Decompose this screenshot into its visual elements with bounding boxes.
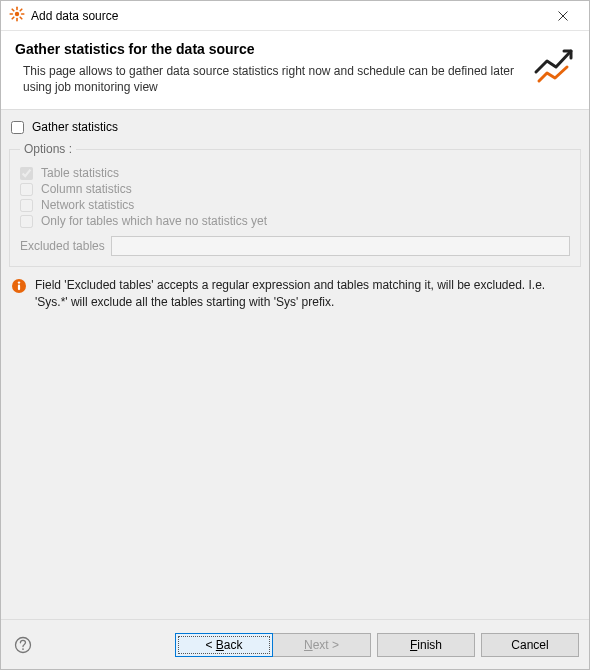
titlebar: Add data source xyxy=(1,1,589,31)
info-text: Field 'Excluded tables' accepts a regula… xyxy=(35,277,579,311)
options-group: Options : Table statistics Column statis… xyxy=(9,142,581,267)
gather-statistics-label[interactable]: Gather statistics xyxy=(32,120,118,134)
back-button[interactable]: < Back xyxy=(175,633,273,657)
excluded-tables-row: Excluded tables xyxy=(20,236,570,256)
option-network-label: Network statistics xyxy=(41,198,134,212)
wizard-footer: < Back Next > Finish Cancel xyxy=(1,619,589,669)
nav-button-group: < Back Next > xyxy=(175,633,371,657)
option-table-label: Table statistics xyxy=(41,166,119,180)
excluded-tables-input xyxy=(111,236,570,256)
gather-statistics-checkbox[interactable] xyxy=(11,121,24,134)
wizard-content: Gather statistics Options : Table statis… xyxy=(1,110,589,619)
svg-line-8 xyxy=(20,9,22,11)
svg-line-7 xyxy=(12,17,14,19)
cancel-button[interactable]: Cancel xyxy=(481,633,579,657)
dialog-window: Add data source Gather statistics for th… xyxy=(0,0,590,670)
help-icon xyxy=(14,636,32,654)
option-column-checkbox xyxy=(20,183,33,196)
svg-point-15 xyxy=(22,648,24,650)
info-message: Field 'Excluded tables' accepts a regula… xyxy=(9,277,581,311)
next-button: Next > xyxy=(273,633,371,657)
option-only-no-stats-checkbox xyxy=(20,215,33,228)
gather-statistics-row: Gather statistics xyxy=(9,118,581,138)
option-network-checkbox xyxy=(20,199,33,212)
banner-text: Gather statistics for the data source Th… xyxy=(15,41,533,95)
wizard-banner: Gather statistics for the data source Th… xyxy=(1,31,589,110)
svg-line-6 xyxy=(20,17,22,19)
chart-line-icon xyxy=(533,45,575,87)
option-only-no-stats-label: Only for tables which have no statistics… xyxy=(41,214,267,228)
options-legend: Options : xyxy=(20,142,76,156)
option-network-row: Network statistics xyxy=(20,198,570,212)
banner-logo xyxy=(533,45,575,90)
svg-rect-13 xyxy=(18,285,20,291)
svg-line-5 xyxy=(12,9,14,11)
info-icon xyxy=(11,278,27,294)
svg-point-0 xyxy=(15,12,19,16)
option-only-no-stats-row: Only for tables which have no statistics… xyxy=(20,214,570,228)
app-icon xyxy=(9,6,25,25)
window-title: Add data source xyxy=(31,9,543,23)
banner-description: This page allows to gather data source s… xyxy=(15,63,533,95)
option-table-checkbox xyxy=(20,167,33,180)
svg-point-12 xyxy=(18,282,20,284)
close-button[interactable] xyxy=(543,1,583,31)
option-table-row: Table statistics xyxy=(20,166,570,180)
finish-button[interactable]: Finish xyxy=(377,633,475,657)
option-column-row: Column statistics xyxy=(20,182,570,196)
close-icon xyxy=(558,11,568,21)
banner-title: Gather statistics for the data source xyxy=(15,41,533,57)
help-button[interactable] xyxy=(11,633,35,657)
excluded-tables-label: Excluded tables xyxy=(20,239,105,253)
option-column-label: Column statistics xyxy=(41,182,132,196)
